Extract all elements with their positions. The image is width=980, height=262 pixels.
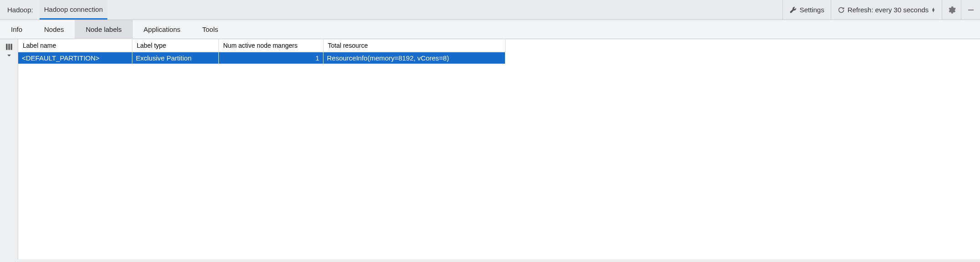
col-label-type[interactable]: Label type [132,39,218,52]
bottom-strip [0,259,980,262]
cell-label-type: Exclusive Partition [132,52,218,64]
cell-total-resource: ResourceInfo(memory=8192, vCores=8) [323,52,505,64]
tab-info[interactable]: Info [0,20,33,39]
header-left: Hadoop: Hadoop connection [7,0,783,20]
table-wrap: Label name Label type Num active node ma… [18,39,980,262]
col-label-name[interactable]: Label name [18,39,132,52]
header-bar: Hadoop: Hadoop connection Settings Refre… [0,0,980,20]
wrench-icon [789,6,797,14]
node-labels-table: Label name Label type Num active node ma… [18,39,505,64]
content-area: Label name Label type Num active node ma… [0,39,980,262]
svg-rect-2 [8,44,10,50]
refresh-icon [838,6,845,14]
col-num-active[interactable]: Num active node mangers [218,39,323,52]
minimize-button[interactable] [961,0,980,20]
tab-tools[interactable]: Tools [192,20,229,39]
refresh-button[interactable]: Refresh: every 30 seconds ▲▼ [831,0,942,20]
columns-icon[interactable] [5,43,13,51]
cell-num-active: 1 [218,52,323,64]
stepper-icon: ▲▼ [931,8,935,12]
gear-button[interactable] [942,0,961,20]
tab-nodes[interactable]: Nodes [33,20,75,39]
header-title-prefix: Hadoop: [7,6,33,14]
header-right: Settings Refresh: every 30 seconds ▲▼ [783,0,980,20]
tabs-bar: Info Nodes Node labels Applications Tool… [0,20,980,39]
minimize-icon [967,6,975,14]
table-row[interactable]: <DEFAULT_PARTITION> Exclusive Partition … [18,52,505,64]
left-gutter [0,39,18,262]
chevron-down-icon[interactable] [6,53,12,58]
tab-node-labels[interactable]: Node labels [75,20,132,39]
svg-rect-1 [6,44,7,50]
col-total-resource[interactable]: Total resource [323,39,505,52]
cell-label-name: <DEFAULT_PARTITION> [18,52,132,64]
gear-icon [948,6,956,14]
settings-label: Settings [799,6,824,14]
refresh-label: Refresh: every 30 seconds [848,6,929,14]
settings-button[interactable]: Settings [783,0,830,20]
svg-rect-0 [968,10,974,10]
tab-applications[interactable]: Applications [133,20,192,39]
header-connection-tab[interactable]: Hadoop connection [40,0,107,20]
table-header-row: Label name Label type Num active node ma… [18,39,505,52]
svg-rect-3 [10,44,12,50]
